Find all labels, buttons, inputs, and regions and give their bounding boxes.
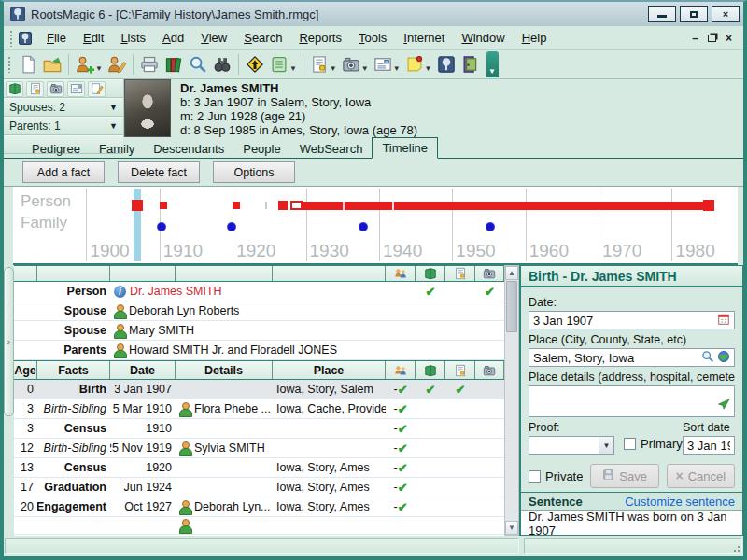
fact-row-census[interactable]: 3Census1910-✔ bbox=[14, 419, 504, 439]
delete-fact-button[interactable]: Delete fact bbox=[118, 161, 200, 183]
edit-pencil-button[interactable] bbox=[88, 81, 106, 97]
proof-select[interactable]: ▼ bbox=[529, 436, 614, 455]
place-details-field[interactable] bbox=[529, 385, 735, 417]
timeline-family-event[interactable] bbox=[158, 223, 165, 231]
menu-lists[interactable]: Lists bbox=[112, 28, 154, 48]
fact-row-birth[interactable]: 0Birth3 Jan 1907Iowa, Story, Salem-✔✔✔ bbox=[14, 380, 504, 399]
column-header-place[interactable]: Place bbox=[273, 361, 386, 379]
place-search-icon[interactable] bbox=[698, 350, 714, 366]
menu-add[interactable]: Add bbox=[154, 28, 192, 48]
letter-button[interactable] bbox=[67, 81, 85, 97]
exit-door-button[interactable] bbox=[458, 52, 483, 77]
menu-reports[interactable]: Reports bbox=[290, 28, 350, 48]
primary-checkbox[interactable]: Primary bbox=[624, 434, 683, 453]
column-header-age[interactable]: Age bbox=[14, 361, 37, 379]
menu-help[interactable]: Help bbox=[514, 28, 556, 48]
timeline-person-event-engagement[interactable] bbox=[278, 201, 288, 210]
place-field[interactable]: Salem, Story, Iowa bbox=[529, 348, 735, 367]
letter-dropdown[interactable]: ▼ bbox=[393, 64, 401, 73]
timeline-family-event[interactable] bbox=[228, 223, 235, 231]
sort-date-field[interactable]: 3 Jan 1907 bbox=[683, 436, 735, 455]
binoculars-button[interactable] bbox=[210, 52, 234, 77]
toolbar-drag-handle[interactable] bbox=[7, 56, 12, 73]
certificate-column-header[interactable] bbox=[445, 361, 475, 379]
open-folder-button[interactable] bbox=[40, 52, 64, 77]
menu-file[interactable]: File bbox=[38, 28, 75, 48]
timeline-person-event-marriage[interactable] bbox=[290, 201, 303, 210]
tab-timeline[interactable]: Timeline bbox=[372, 137, 438, 159]
timeline-person-event-birth[interactable] bbox=[132, 200, 143, 211]
timeline-person-event-census-1920[interactable] bbox=[233, 202, 240, 209]
timeline-family-event[interactable] bbox=[486, 223, 494, 231]
globe-icon[interactable] bbox=[714, 350, 730, 366]
sticky-note-dropdown[interactable]: ▼ bbox=[425, 64, 432, 73]
notes-book-button[interactable] bbox=[6, 81, 23, 97]
camera-column-header[interactable] bbox=[475, 361, 504, 379]
timeline-person-event-census-1910[interactable] bbox=[160, 202, 167, 209]
vertical-scrollbar[interactable]: ▲ ▼ bbox=[504, 265, 519, 536]
edit-person-button[interactable] bbox=[105, 52, 129, 77]
camera-dropdown[interactable]: ▼ bbox=[361, 64, 369, 73]
notes-book-column-header[interactable] bbox=[416, 361, 445, 379]
timeline-person-event-death[interactable] bbox=[703, 200, 714, 211]
overview-row-spouse[interactable]: SpouseDeborah Lyn Roberts bbox=[14, 301, 504, 321]
close-button[interactable]: × bbox=[712, 6, 740, 22]
certificate-dropdown[interactable]: ▼ bbox=[330, 64, 337, 73]
menu-edit[interactable]: Edit bbox=[75, 28, 112, 48]
scroll-up-button[interactable]: ▲ bbox=[505, 266, 518, 280]
notes-pad-button[interactable] bbox=[267, 52, 291, 77]
tab-people[interactable]: People bbox=[233, 139, 289, 158]
menu-window[interactable]: Window bbox=[453, 28, 513, 48]
fact-row-graduation[interactable]: 17GraduationJun 1924Iowa, Story, Ames-✔ bbox=[14, 478, 504, 497]
fact-row-birth-sibling[interactable]: 12Birth-Sibling25 Nov 1919Sylvia SMITH-✔ bbox=[14, 439, 504, 458]
spouses-dropdown[interactable]: Spouses: 2▼ bbox=[4, 98, 123, 117]
save-button[interactable]: Save bbox=[590, 464, 658, 488]
date-field[interactable]: 3 Jan 1907 bbox=[529, 311, 735, 329]
people-pair-column-header[interactable] bbox=[386, 361, 416, 379]
menu-view[interactable]: View bbox=[192, 28, 235, 48]
family-tree-button[interactable] bbox=[434, 52, 458, 77]
search-button[interactable] bbox=[186, 52, 210, 77]
map-arrow-icon[interactable] bbox=[714, 388, 730, 413]
certificate-column-header[interactable] bbox=[445, 266, 475, 281]
child-minimize-button[interactable]: – bbox=[692, 33, 698, 44]
add-person-button[interactable] bbox=[73, 52, 97, 77]
menu-search[interactable]: Search bbox=[235, 28, 290, 48]
notes-pad-dropdown[interactable]: ▼ bbox=[289, 64, 297, 73]
camera-column-header[interactable] bbox=[475, 266, 504, 281]
resize-grip[interactable] bbox=[731, 543, 740, 553]
tab-descendants[interactable]: Descendants bbox=[144, 139, 233, 158]
maximize-button[interactable] bbox=[680, 6, 708, 22]
scroll-down-button[interactable]: ▼ bbox=[505, 521, 518, 535]
gensmarts-sign-button[interactable] bbox=[243, 52, 267, 77]
scroll-thumb[interactable] bbox=[506, 281, 517, 332]
options-button[interactable]: Options bbox=[213, 161, 295, 183]
customize-sentence-link[interactable]: Customize sentence bbox=[625, 495, 735, 509]
parents-dropdown[interactable]: Parents: 1▼ bbox=[4, 117, 123, 135]
overview-row-parents[interactable]: ParentsHoward SMITH Jr. and Floradell JO… bbox=[14, 341, 504, 360]
menu-drag-handle[interactable] bbox=[9, 30, 14, 47]
tab-pedigree[interactable]: Pedigree bbox=[22, 139, 90, 158]
private-checkbox[interactable]: Private bbox=[529, 467, 583, 485]
camera-button[interactable] bbox=[339, 52, 363, 77]
tab-websearch[interactable]: WebSearch bbox=[290, 139, 373, 158]
people-pair-column-header[interactable] bbox=[386, 266, 416, 281]
overview-row-spouse[interactable]: SpouseMary SMITH bbox=[14, 321, 504, 341]
toolbar-overflow-button[interactable]: ▼ bbox=[486, 51, 499, 77]
sticky-note-button[interactable] bbox=[402, 52, 427, 77]
add-person-dropdown[interactable]: ▼ bbox=[95, 64, 103, 73]
menu-tools[interactable]: Tools bbox=[350, 28, 395, 48]
person-photo[interactable] bbox=[124, 79, 171, 137]
cancel-button[interactable]: × Cancel bbox=[667, 464, 735, 488]
print-button[interactable] bbox=[137, 52, 162, 77]
column-header-facts[interactable]: Facts bbox=[37, 361, 110, 379]
certificate-button[interactable] bbox=[26, 81, 44, 97]
child-close-button[interactable]: × bbox=[726, 33, 732, 44]
child-restore-button[interactable] bbox=[708, 35, 716, 42]
fact-row-birth-sibling[interactable]: 3Birth-Sibling5 Mar 1910Flora Phebe ...I… bbox=[14, 399, 504, 419]
timeline-person-event-lifespan[interactable] bbox=[303, 202, 704, 210]
overview-row-person[interactable]: PersoniDr. James SMITH✔✔ bbox=[14, 282, 504, 301]
timeline-family-event[interactable] bbox=[359, 223, 367, 231]
scroll-track[interactable] bbox=[505, 333, 518, 521]
menu-internet[interactable]: Internet bbox=[395, 28, 453, 48]
